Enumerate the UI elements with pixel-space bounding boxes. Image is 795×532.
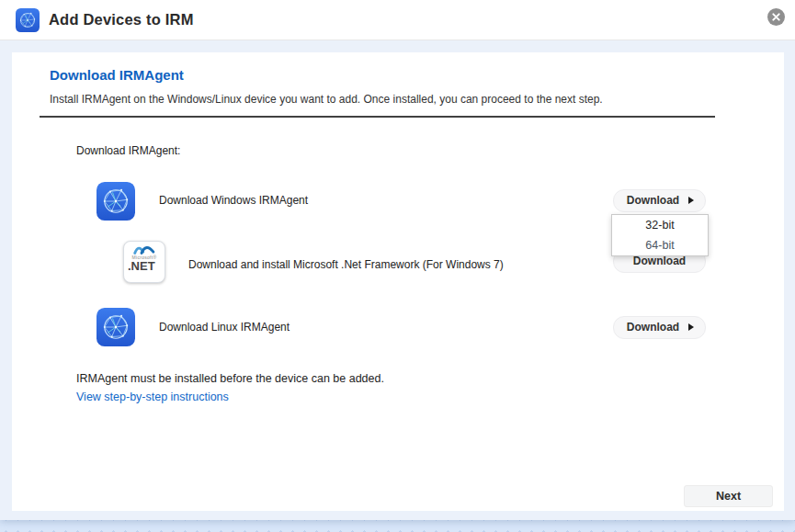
download-windows-button[interactable]: Download — [613, 189, 706, 212]
section-description: Install IRMAgent on the Windows/Linux de… — [50, 93, 603, 106]
download-list-label: Download IRMAgent: — [76, 144, 180, 157]
content-card: Download IRMAgent Install IRMAgent on th… — [12, 52, 784, 511]
dialog-titlebar: Add Devices to IRM — [0, 0, 795, 40]
desktop-background: Add Devices to IRM Download IRMAgent Ins… — [0, 0, 795, 532]
submenu-arrow-icon — [688, 323, 694, 331]
close-icon[interactable] — [767, 8, 785, 26]
irm-app-icon — [16, 8, 40, 32]
dotnet-framework-label: Download and install Microsoft .Net Fram… — [188, 258, 504, 271]
dotnet-framework-icon: Microsoft® .NET — [123, 241, 165, 283]
dropdown-option-32bit[interactable]: 32-bit — [612, 215, 708, 235]
dotnet-name-text: .NET — [124, 260, 155, 273]
irm-agent-globe-icon — [97, 182, 135, 221]
architecture-dropdown: 32-bit 64-bit — [611, 214, 709, 256]
submenu-arrow-icon — [688, 197, 694, 204]
section-title: Download IRMAgent — [50, 67, 184, 83]
linux-agent-label: Download Linux IRMAgent — [159, 321, 290, 334]
add-devices-dialog: Add Devices to IRM Download IRMAgent Ins… — [0, 0, 795, 520]
download-linux-button-label: Download — [627, 317, 679, 338]
dropdown-option-64bit[interactable]: 64-bit — [612, 235, 708, 255]
install-note: IRMAgent must be installed before the de… — [76, 372, 384, 385]
download-linux-button[interactable]: Download — [613, 316, 706, 339]
step-by-step-link[interactable]: View step-by-step instructions — [76, 391, 229, 403]
download-windows-button-label: Download — [627, 190, 679, 211]
dialog-title: Add Devices to IRM — [49, 11, 194, 28]
next-button[interactable]: Next — [684, 485, 773, 507]
windows-agent-label: Download Windows IRMAgent — [159, 194, 308, 207]
irm-agent-globe-icon — [97, 308, 135, 346]
divider — [40, 116, 715, 118]
